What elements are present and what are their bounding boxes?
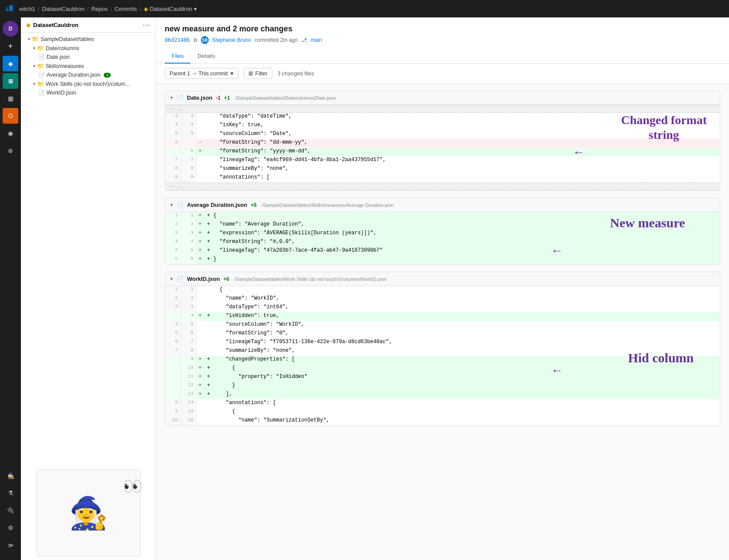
breadcrumb-witch1[interactable]: witch1 xyxy=(19,6,35,12)
diff-stat-removed: -1 xyxy=(216,95,221,101)
diff-line: 33 "dataType": "int64", xyxy=(165,304,720,312)
artifacts-icon[interactable]: ⊕ xyxy=(3,143,18,159)
tree-folder-workskills[interactable]: ▾ 📁 Work Skills (do not touch!)/colum... xyxy=(21,79,156,88)
page-header: new measure and 2 more changes 86d2140b … xyxy=(156,17,729,64)
test-icon[interactable]: ◉ xyxy=(3,125,18,141)
diff-line-added: 4 + + "isHidden": true, xyxy=(165,312,720,321)
diff-line: 77 "lineageTag": "ea4cf969-dd41-4bfa-8ba… xyxy=(165,156,720,165)
folder-icon: 📁 xyxy=(32,36,39,42)
breadcrumb-datasetcauldron-1[interactable]: DatasetCauldron xyxy=(42,6,85,12)
breadcrumb-commits[interactable]: Commits xyxy=(115,6,137,12)
diff-line: 78 "summarizeBy": "none", xyxy=(165,347,720,356)
chevron-down-icon: ▾ xyxy=(194,6,197,12)
diff-line-added: 11 + + { xyxy=(165,212,720,221)
diff-line: 1016 "name": "SummarizationSetBy", xyxy=(165,417,720,425)
bottom-icons: 🧙 ⚗ 🔌 ⚙ ≫ xyxy=(3,468,18,557)
tab-details[interactable]: Details xyxy=(190,49,222,64)
file-tree-content: ▾ 📁 SampleDataset/tables ▾ 📁 Date/column… xyxy=(21,33,156,464)
add-button[interactable]: + xyxy=(3,38,18,54)
file-diff-datejson: ▾ 📄 Date.json -1 +1 /SampleDataset/table… xyxy=(165,91,720,191)
diff-line-added: 9 + + "changedProperties": [ xyxy=(165,356,720,364)
breadcrumb-datasetcauldron-2[interactable]: ◆ DatasetCauldron ▾ xyxy=(144,6,197,12)
content-area: new measure and 2 more changes 86d2140b … xyxy=(156,17,729,560)
file-path: /SampleDataset/tables/Date/columns/Date.… xyxy=(235,95,336,101)
breadcrumb-sep-2: / xyxy=(87,6,89,12)
file-name: WorkID.json xyxy=(187,276,220,282)
collapse-button[interactable]: ▾ xyxy=(170,95,173,101)
more-options-button[interactable]: ⋯ xyxy=(142,21,150,29)
diff-line-removed: 6 - "formatString": "dd-mmm-yy", xyxy=(165,139,720,148)
commit-hash[interactable]: 86d2140b xyxy=(165,37,190,43)
changed-files-count: 3 changed files xyxy=(278,71,314,77)
branch-name[interactable]: main xyxy=(311,37,322,43)
filter-button[interactable]: ⊞ Filter xyxy=(244,68,272,79)
breadcrumb: witch1 / DatasetCauldron / Repos / Commi… xyxy=(19,6,197,12)
collapse-button[interactable]: ▾ xyxy=(170,202,173,208)
tree-folder-datecolumns[interactable]: ▾ 📁 Date/columns xyxy=(21,44,156,53)
diff-line-added: 6 + "formatString": "yyyy-mm-dd", xyxy=(165,148,720,156)
main-layout: D + ◈ ⊞ ▦ ⬡ ◉ ⊕ 🧙 ⚗ 🔌 ⚙ ≫ ◆ DatasetCauld… xyxy=(0,17,729,560)
diff-stat-added: +1 xyxy=(224,95,230,101)
repos-icon[interactable]: ⊞ xyxy=(3,73,18,89)
diff-separator: -- .. xyxy=(165,105,720,113)
folder-label: Skills/measures xyxy=(46,63,84,69)
breadcrumb-sep-1: / xyxy=(38,6,40,12)
file-diff-header-avg: ▾ 📄 Average Duration.json +6 /SampleData… xyxy=(165,198,720,212)
folder-label: Work Skills (do not touch!)/colum... xyxy=(46,81,130,87)
settings-icon[interactable]: ⚙ xyxy=(3,520,18,536)
file-diff-header-date: ▾ 📄 Date.json -1 +1 /SampleDataset/table… xyxy=(165,91,720,105)
puzzle-icon[interactable]: 🔌 xyxy=(3,503,18,518)
witch-image-area: 🧙‍♀️ 👀 xyxy=(21,464,156,560)
filter-icon: ⊞ xyxy=(248,70,253,77)
diff-line-added: 10 + + { xyxy=(165,364,720,373)
author-avatar: SB xyxy=(201,36,209,44)
diff-area[interactable]: ▾ 📄 Date.json -1 +1 /SampleDataset/table… xyxy=(156,84,729,560)
code-diff-date: -- .. 33 "dataType": "dateTime", 44 "isK… xyxy=(165,105,720,190)
topbar: witch1 / DatasetCauldron / Repos / Commi… xyxy=(0,0,729,17)
folder-icon: 📁 xyxy=(37,63,44,69)
tree-file-averageduration[interactable]: 📄 Average Duration.json + xyxy=(21,71,156,79)
eyes-overlay: 👀 xyxy=(123,477,142,496)
collapse-button[interactable]: ▾ xyxy=(170,276,173,282)
repo-name: DatasetCauldron xyxy=(33,22,78,28)
parent-commit-button[interactable]: Parent 1 → This commit ▾ xyxy=(165,68,238,79)
tab-files[interactable]: Files xyxy=(165,49,190,64)
file-label: Average Duration.json xyxy=(47,72,100,78)
file-icon: 📄 xyxy=(38,72,45,78)
boards-icon[interactable]: ▦ xyxy=(3,91,18,106)
tree-folder-skillsmeasures[interactable]: ▾ 📁 Skills/measures xyxy=(21,61,156,71)
azure-devops-icon[interactable]: ◈ xyxy=(3,56,18,71)
expand-icon[interactable]: ≫ xyxy=(3,537,18,553)
diff-line: 814 "annotations": [ xyxy=(165,399,720,408)
author-name[interactable]: Stephanie Bruno xyxy=(212,37,251,43)
filter-label: Filter xyxy=(255,71,268,77)
tree-file-workidjson[interactable]: 📄 WorkID.json xyxy=(21,88,156,97)
file-tree-title: ◆ DatasetCauldron xyxy=(26,22,78,28)
file-tree-panel: ◆ DatasetCauldron ⋯ ▾ 📁 SampleDataset/ta… xyxy=(21,17,156,560)
file-label: Date.json xyxy=(47,54,70,60)
folder-label: SampleDataset/tables xyxy=(41,36,94,42)
person-icon[interactable]: 🧙 xyxy=(3,468,18,483)
tree-folder-sampledataset[interactable]: ▾ 📁 SampleDataset/tables xyxy=(21,34,156,44)
diamond-icon: ◆ xyxy=(26,22,31,28)
diff-line-added: 22 + + "name": "Average Duration", xyxy=(165,221,720,229)
icon-sidebar: D + ◈ ⊞ ▦ ⬡ ◉ ⊕ 🧙 ⚗ 🔌 ⚙ ≫ xyxy=(0,17,21,560)
breadcrumb-repos[interactable]: Repos xyxy=(92,6,108,12)
diff-line: 55 "sourceColumn": "Date", xyxy=(165,130,720,139)
diff-line-added: 13 + + ], xyxy=(165,391,720,399)
breadcrumb-sep-3: / xyxy=(110,6,112,12)
tabs: Files Details xyxy=(165,49,720,63)
file-path: /SampleDataset/tables/Skills/measures/Av… xyxy=(262,202,393,208)
flask-icon[interactable]: ⚗ xyxy=(3,485,18,501)
chevron-down-icon: ▾ xyxy=(33,46,35,51)
copy-icon[interactable]: ⧉ xyxy=(193,37,197,43)
breadcrumb-sep-4: / xyxy=(139,6,141,12)
commit-meta: 86d2140b ⧉ SB Stephanie Bruno committed … xyxy=(165,36,720,44)
user-avatar-button[interactable]: D xyxy=(3,21,18,37)
file-icon: 📄 xyxy=(38,54,45,60)
branch-icon: ⎇ xyxy=(301,37,307,43)
pipelines-icon[interactable]: ⬡ xyxy=(3,108,18,124)
diff-line: 915 { xyxy=(165,408,720,417)
tree-file-datejson[interactable]: 📄 Date.json xyxy=(21,53,156,61)
azure-devops-logo xyxy=(5,3,16,14)
